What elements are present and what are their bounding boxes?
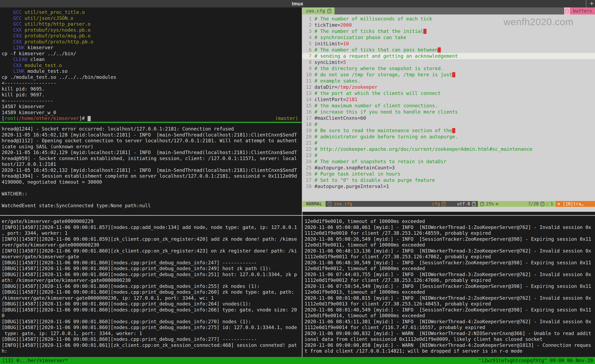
code-line: 24# The number of snapshots to retain in… (303, 158, 595, 165)
terminal-line: er/gate/kimserver-gate0000000229 (2, 218, 302, 224)
code-line: 6# The number of ticks that can pass bet… (303, 47, 595, 53)
text-segment: [DBUG][14587][2020-11-06 09:00:01.860][n… (2, 272, 297, 277)
pane-shell-build-output[interactable]: GCC util/set_proc_title.o GCC util/json/… (0, 7, 302, 122)
text-segment: [INFO][14587][2020-11-06 09:00:01.861][z… (2, 343, 297, 348)
code-segment: /tmp/zookeeper (337, 84, 378, 90)
vim-buffer[interactable]: 1# The number of milliseconds of each ti… (303, 14, 595, 201)
terminal-line: rver/gate/kimserver-gate0000000230 (2, 242, 302, 248)
text-segment: mserver/gate/kimserver-gate (2, 254, 79, 259)
line-number: 9 (303, 65, 312, 72)
terminal-line: 1112e0d1f9e0012 for client /27.38.253.12… (305, 277, 595, 283)
terminal-line: kill pid: 9695. (2, 86, 302, 92)
pane-zookeeper-server-log[interactable]: 12e0d1f9e0010, timeout of 10000ms exceed… (303, 216, 595, 357)
text-segment: kimserver (25, 45, 53, 50)
terminal-line: 2020-11-06 09:00:00,832 [myid:] - WARN [… (305, 330, 595, 337)
new-tab-plus-icon[interactable]: + (590, 0, 594, 7)
code-line: 25#autopurge.snapRetainCount=3 (303, 165, 595, 171)
terminal-line: 2020-11-06 06:48:30,549 [myid:] - INFO [… (305, 260, 595, 266)
text-segment: protobuf/proto/http.pb.o (22, 39, 93, 44)
text-segment: 2020-11-05 16:45:02,129 [myid:localhost:… (2, 150, 297, 155)
terminal-line: [DBUG][14587][2020-11-06 09:00:01.860][n… (2, 266, 302, 272)
code-segment: # (314, 140, 317, 146)
terminal-line: 1112e0d1f9e0013 for client /27.38.253.12… (305, 301, 595, 307)
code-line: 23# (303, 152, 595, 158)
text-segment: hread@1244] - Socket error occurred: loc… (2, 126, 234, 131)
code-segment: # (314, 122, 317, 127)
text-segment: host/127.0.0.1:2181 (2, 162, 56, 167)
text-segment: 2020-11-06 09:00:00,832 [myid:] - WARN [… (305, 331, 591, 336)
statusline-percent: 25% (486, 201, 494, 207)
code-line: 21# (303, 140, 595, 146)
line-number: 13 (303, 90, 312, 96)
buffers-label[interactable]: buffers (570, 7, 595, 14)
prompt-suffix: ]# (79, 116, 88, 121)
text-segment: [DBUG][14587][2020-11-06 09:00:01.860][n… (2, 260, 257, 265)
terminal-line: 2020-11-05 16:45:02,129 [myid:localhost:… (2, 150, 302, 156)
buffers-glyph-box: ? (564, 7, 570, 14)
terminal-line: h: (2, 348, 302, 354)
terminal-line: 12e0d1f9e0012, timeout of 10000ms exceed… (305, 266, 595, 272)
terminal-line: [INFO][14587][2020-11-06 09:00:01.857][n… (2, 224, 302, 230)
code-line: 26# Purge task interval in hours (303, 171, 595, 177)
code-segment: # Set to "0" to disable auto purge featu… (314, 178, 435, 183)
prompt-path: /home/other/kimserver (19, 116, 79, 121)
terminal-line: LINK module_test.so (2, 68, 302, 74)
code-segment: # (314, 153, 317, 158)
statusline-right-section: ≡ [10]tra… (556, 201, 595, 207)
shell-prompt: [root:/home/other/kimserver]# (2, 115, 91, 121)
code-segment: 10 (343, 41, 349, 46)
terminal-line: CXX module_test.o (2, 62, 302, 69)
trailing-whitespace-highlight (452, 128, 455, 133)
text-segment: 2020-11-05 16:45:02,132 [myid:localhost:… (2, 167, 297, 173)
text-segment: 4190000, negotiated timeout = 30000 (2, 179, 102, 185)
terminal-line: [INFO][14587][2020-11-06 09:00:01.859][z… (2, 236, 302, 242)
text-segment: 0 (2, 313, 5, 318)
shell-prompt-line: [root:/home/other/kimserver]# (master) (2, 115, 302, 121)
text-segment: 1112e0d1f9e0011 for client /27.38.253.12… (305, 254, 491, 259)
trailing-whitespace-highlight (423, 29, 426, 34)
terminal-line: [DBUG][14587][2020-11-06 09:00:01.860][n… (2, 272, 302, 278)
statusline-position-section: ? 25% ≡ 7/28 ? : 1 (478, 201, 556, 207)
line-number: 8 (303, 59, 312, 65)
text-segment: hread@1394] - Session establishment comp… (2, 173, 297, 179)
code-line: 22# http://zookeeper.apache.org/doc/curr… (303, 146, 595, 152)
text-segment: protobuf/sys/nodes.pb.o (22, 27, 91, 33)
pane-kimserver-log[interactable]: er/gate/kimserver-gate0000000229[INFO][1… (0, 216, 302, 357)
vim-mode-indicator: NORMAL (303, 201, 326, 207)
tmux-session-info: "iZwz91tefvghtcoopqfhtg" 09:00 06-Nov-20 (478, 358, 593, 363)
text-segment: [DBUG][14587][2020-11-06 09:00:01.860][n… (2, 289, 294, 295)
terminal-line: 2020-11-06 06:48:13,136 [myid:] - INFO [… (305, 248, 595, 254)
terminal-line: mserver/gate/kimserver-gate (2, 254, 302, 260)
text-segment: [INFO][14587][2020-11-06 09:00:01.860][z… (2, 248, 297, 254)
vim-tabline: zoo.cfg ? ? buffers (303, 7, 595, 14)
text-segment: 2020-11-05 16:45:02,128 [myid:localhost:… (2, 132, 297, 137)
text-segment: GCC (2, 21, 22, 27)
line-number: 1 (303, 16, 312, 22)
text-segment: 2020-11-06 07:44:03,755 [myid:] - INFO [… (305, 272, 591, 277)
text-segment: 2020-11-06 08:45:11,381 [myid:] - INFO [… (305, 319, 591, 324)
text-segment: t from old client /127.0.0.1:14821; will… (305, 348, 522, 354)
tmux-window-list[interactable]: [13] 0:..her/kimserver* (2, 358, 68, 363)
line-number: 24 (303, 158, 312, 165)
text-segment: kill pid: 9697. (2, 92, 45, 97)
text-segment: 12e0d1f9e0012, timeout of 10000ms exceed… (305, 266, 425, 271)
terminal-line: [DBUG][14587][2020-11-06 09:00:01.860][n… (2, 283, 302, 289)
terminal-line: type: gate, ip: 127.0.0.1, port: 3344, w… (2, 330, 302, 337)
tab-zoo-cfg[interactable]: zoo.cfg ? (303, 7, 334, 14)
text-segment: 1112e0d1f9e0013 for client /27.38.253.12… (305, 301, 491, 307)
pane-vim-editor[interactable]: zoo.cfg ? ? buffers 1# The number of mil… (303, 7, 595, 215)
pane-zookeeper-client-log[interactable]: hread@1244] - Socket error occurred: loc… (0, 123, 302, 215)
terminal-cursor[interactable] (88, 116, 91, 121)
line-number: 10 (303, 72, 312, 78)
text-segment: [DBUG][14587][2020-11-06 09:00:01.860][n… (2, 337, 257, 342)
text-segment: 2020-11-06 07:50:54,549 [myid:] - INFO [… (305, 283, 591, 289)
statusline-column: 1 (551, 201, 553, 207)
build-output-lines: GCC util/set_proc_title.o GCC util/json/… (2, 9, 302, 115)
window-titlebar: tmux + (0, 0, 595, 7)
text-segment: [DBUG][14587][2020-11-06 09:00:01.860][n… (2, 307, 297, 313)
code-line: 8syncLimit=5 (303, 59, 595, 65)
terminal-line: cp ./module_test.so ../../../bin/modules (2, 74, 302, 80)
unknown-glyph-icon: ? (472, 202, 476, 206)
text-segment: [DBUG][14587][2020-11-06 09:00:01.860][n… (2, 319, 251, 324)
line-number: 19 (303, 127, 312, 134)
